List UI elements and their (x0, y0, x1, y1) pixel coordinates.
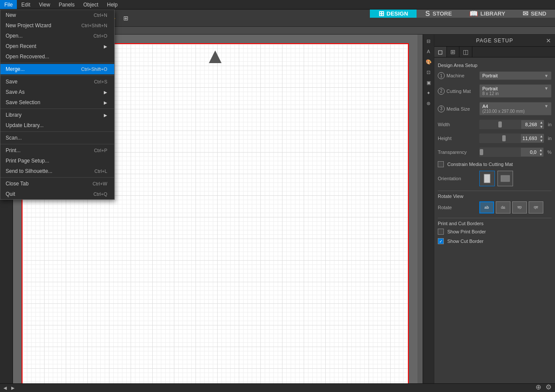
file-menu-sep-3 (0, 108, 114, 109)
menu-item-new[interactable]: New Ctrl+N (0, 10, 114, 20)
menu-panels[interactable]: Panels (55, 0, 79, 9)
transparency-field[interactable]: 0,0 ▲ ▼ (479, 147, 544, 157)
panel-tab-snap[interactable]: ◫ (459, 47, 472, 57)
menu-item-save-selection[interactable]: Save Selection ▶ (0, 97, 114, 108)
right-panel: PAGE SETUP ✕ ◻ ⊞ ◫ Design Area Setup 1 M… (434, 35, 555, 392)
media-size-row: 3 Media Size A4 ▼ (210.00 x 297.00 mm) (438, 102, 552, 115)
print-cut-borders-label: Print and Cut Borders (438, 221, 552, 226)
svg-rect-1 (501, 175, 510, 182)
cutting-mat-dropdown[interactable]: Portrait ▼ 8 x 12 in (479, 84, 552, 98)
menu-item-open-recent[interactable]: Open Recent ▶ (0, 41, 114, 51)
panel-title: PAGE SETUP (476, 38, 513, 44)
rotate-btn-0[interactable]: ab (479, 201, 494, 214)
width-unit: in (548, 122, 552, 127)
rt-tool-2[interactable]: A (424, 47, 433, 56)
orientation-row: Orientation (438, 171, 552, 186)
rotate-btn-90[interactable]: ab (496, 201, 510, 214)
rt-tool-7[interactable]: ⊛ (424, 99, 433, 108)
menu-item-open[interactable]: Open... Ctrl+O (0, 31, 114, 41)
transparency-slider[interactable] (480, 148, 521, 156)
menu-help[interactable]: Help (103, 0, 122, 9)
menu-item-save-selection-label: Save Selection (6, 99, 40, 105)
show-cut-border-checkbox[interactable]: ✓ (438, 238, 444, 244)
menu-item-save[interactable]: Save Ctrl+S (0, 76, 114, 87)
menu-item-print-label: Print... (6, 147, 21, 153)
rt-tool-3[interactable]: 🎨 (424, 57, 433, 67)
menu-object[interactable]: Object (79, 0, 103, 9)
zoom-button[interactable]: ⊕ (536, 383, 541, 391)
height-spin-up[interactable]: ▲ (539, 134, 544, 138)
width-spinners[interactable]: ▲ ▼ (539, 120, 544, 129)
menu-item-close-tab[interactable]: Close Tab Ctrl+W (0, 178, 114, 189)
transparency-spin-down[interactable]: ▼ (538, 152, 543, 156)
menu-item-update-library[interactable]: Update Library... (0, 120, 114, 131)
menu-item-open-shortcut: Ctrl+O (93, 33, 107, 38)
open-recent-arrow-icon: ▶ (104, 44, 107, 49)
menu-item-merge[interactable]: Merge... Ctrl+Shift+O (0, 64, 114, 74)
grid-button[interactable]: ⊞ (120, 12, 132, 24)
cutting-mat-dropdown-arrow: ▼ (544, 86, 549, 91)
design-area-setup-label: Design Area Setup (438, 63, 552, 68)
height-field[interactable]: 11,693 ▲ ▼ (479, 134, 544, 143)
cutting-mat-value: Portrait (482, 86, 497, 91)
show-print-border-row: Show Print Border (438, 229, 552, 235)
settings-button[interactable]: ⚙ (545, 383, 552, 391)
menu-item-save-label: Save (6, 79, 17, 85)
height-spinners[interactable]: ▲ ▼ (539, 134, 544, 143)
width-slider[interactable] (480, 120, 521, 129)
design-icon: ⊞ (379, 10, 384, 18)
rotate-label: Rotate (438, 205, 477, 210)
panel-tab-page[interactable]: ◻ (434, 47, 447, 57)
panel-close-button[interactable]: ✕ (546, 37, 552, 44)
rt-tool-6[interactable]: ✦ (424, 88, 433, 98)
menu-item-open-recovered[interactable]: Open Recovered... (0, 51, 114, 62)
machine-dropdown[interactable]: Portrait ▼ (479, 71, 552, 80)
height-spin-down[interactable]: ▼ (539, 138, 544, 143)
menu-item-library[interactable]: Library ▶ (0, 110, 114, 120)
transparency-spin-up[interactable]: ▲ (538, 148, 543, 152)
tab-design[interactable]: ⊞ DESIGN (370, 10, 417, 18)
menu-item-save-shortcut: Ctrl+S (94, 79, 107, 84)
rt-tool-1[interactable]: ⊟ (424, 36, 433, 46)
menu-item-print-page-setup-label: Print Page Setup... (6, 158, 49, 164)
menu-file[interactable]: File (0, 0, 17, 9)
show-print-border-checkbox[interactable] (438, 229, 444, 235)
height-slider[interactable] (480, 134, 521, 143)
file-menu-sep-5 (0, 144, 114, 144)
height-slider-thumb (502, 135, 506, 141)
menu-item-quit[interactable]: Quit Ctrl+Q (0, 189, 114, 199)
file-menu-sep-1 (0, 63, 114, 63)
rt-tool-4[interactable]: ⊡ (424, 67, 433, 77)
menu-view[interactable]: View (35, 0, 55, 9)
transparency-slider-thumb (480, 149, 483, 155)
rt-tool-5[interactable]: ▣ (424, 78, 433, 87)
tab-library[interactable]: 📖 LIBRARY (461, 10, 514, 18)
panel-tab-grid[interactable]: ⊞ (447, 47, 459, 57)
transparency-spinners[interactable]: ▲ ▼ (538, 148, 543, 156)
menu-item-print[interactable]: Print... Ctrl+P (0, 145, 114, 156)
media-size-dropdown[interactable]: A4 ▼ (210.00 x 297.00 mm) (479, 102, 552, 115)
constrain-media-checkbox[interactable] (438, 161, 444, 167)
menu-edit[interactable]: Edit (17, 0, 35, 9)
right-toolbox: ⊟ A 🎨 ⊡ ▣ ✦ ⊛ (423, 35, 434, 392)
status-left-button[interactable]: ◀ (3, 386, 7, 390)
menu-item-send-to-silhouette[interactable]: Send to Silhouette... Ctrl+L (0, 166, 114, 176)
width-spin-down[interactable]: ▼ (539, 124, 544, 129)
machine-value: Portrait (482, 73, 497, 78)
status-right-button[interactable]: ▶ (11, 386, 15, 390)
orientation-landscape-button[interactable] (497, 171, 513, 186)
menu-item-print-page-setup[interactable]: Print Page Setup... (0, 156, 114, 166)
menu-item-scan[interactable]: Scan... (0, 133, 114, 143)
menu-item-merge-label: Merge... (6, 66, 25, 72)
panel-header: PAGE SETUP ✕ (434, 35, 555, 47)
menu-item-new-wizard[interactable]: New Project Wizard Ctrl+Shift+N (0, 20, 114, 31)
rotate-btn-180[interactable]: ab (512, 201, 527, 214)
width-spin-up[interactable]: ▲ (539, 120, 544, 124)
tab-store[interactable]: S STORE (417, 10, 460, 18)
orientation-portrait-button[interactable] (479, 171, 495, 186)
tab-send[interactable]: ✉ SEND (514, 10, 555, 18)
machine-label: Machine (446, 73, 465, 78)
rotate-btn-270[interactable]: ab (529, 201, 543, 214)
width-field[interactable]: 8,268 ▲ ▼ (479, 120, 544, 129)
menu-item-save-as[interactable]: Save As ▶ (0, 87, 114, 97)
